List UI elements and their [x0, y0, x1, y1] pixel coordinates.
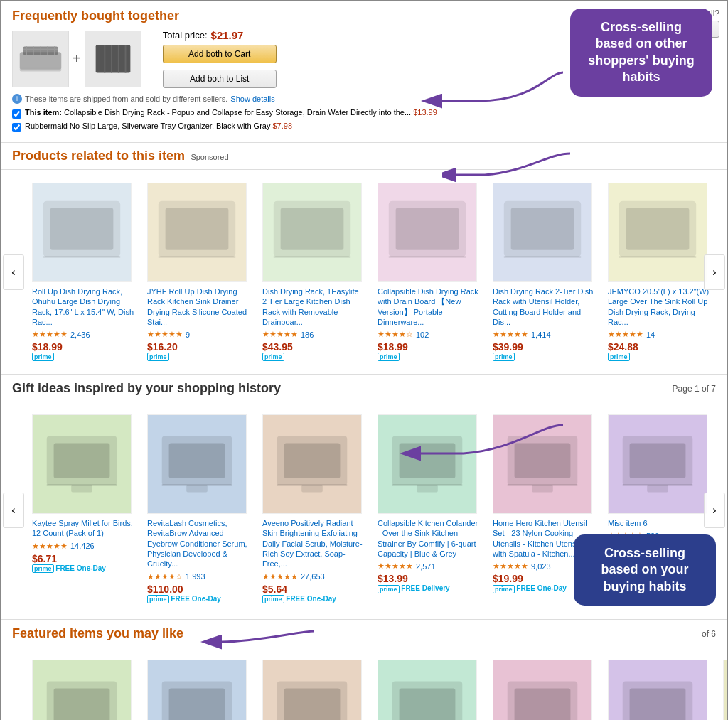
- svg-rect-81: [169, 688, 225, 720]
- gift-product-prime-1: prime FREE One-Day: [147, 595, 250, 603]
- gift-product-prime-3: prime FREE Delivery: [378, 584, 480, 592]
- related-product-price-5: $24.88: [608, 341, 710, 353]
- gift-product-title-5[interactable]: Misc item 6: [608, 518, 710, 528]
- featured-product-img-5[interactable]: [608, 660, 707, 720]
- gift-carousel-right-button[interactable]: ›: [704, 493, 725, 528]
- svg-rect-67: [532, 485, 553, 493]
- related-product-card-0: Roll Up Dish Drying Rack, Ohuhu Large Di…: [26, 177, 140, 367]
- featured-product-img-3[interactable]: [378, 660, 477, 720]
- related-product-stars-3[interactable]: ★★★★☆ 102: [378, 330, 480, 339]
- gift-product-stars-1[interactable]: ★★★★☆ 1,993: [147, 572, 250, 581]
- related-product-img-5[interactable]: [608, 183, 707, 282]
- gift-product-title-2[interactable]: Aveeno Positively Radiant Skin Brighteni…: [262, 518, 365, 569]
- gift-product-card-2: Aveeno Positively Radiant Skin Brighteni…: [257, 409, 370, 608]
- show-details-link[interactable]: Show details: [230, 95, 274, 103]
- svg-rect-104: [724, 660, 727, 720]
- fbt-total-price-label: Total price:: [163, 30, 208, 41]
- svg-rect-50: [169, 444, 225, 478]
- featured-product-img-1[interactable]: [147, 660, 247, 720]
- related-product-price-1: $16.20: [147, 341, 250, 353]
- gift-product-img-5[interactable]: [608, 414, 707, 514]
- gift-product-title-1[interactable]: RevitaLash Cosmetics, RevitaBrow Advance…: [147, 518, 250, 569]
- gift-product-img-0[interactable]: [32, 414, 132, 514]
- related-product-card-2: Dish Drying Rack, 1Easylife 2 Tier Large…: [257, 177, 370, 367]
- related-product-stars-0[interactable]: ★★★★★ 2,436: [32, 330, 134, 339]
- related-product-img-2[interactable]: [262, 183, 362, 282]
- related-product-prime-3: prime: [378, 353, 480, 361]
- related-product-card-1: JYHF Roll Up Dish Drying Rack Kitchen Si…: [141, 177, 255, 367]
- featured-product-img-0[interactable]: [32, 660, 132, 720]
- related-product-img-3[interactable]: [378, 183, 477, 282]
- arrow-1: [421, 58, 577, 115]
- featured-product-img-4[interactable]: [493, 660, 592, 720]
- related-product-stars-2[interactable]: ★★★★★ 186: [262, 330, 365, 339]
- svg-rect-36: [511, 208, 574, 250]
- featured-product-card-0: Amazon Basics Drying Rack and Mat - 16x1…: [26, 654, 140, 720]
- related-product-card-4: Dish Drying Rack 2-Tier Dish Rack with U…: [487, 177, 601, 367]
- related-carousel-right-button[interactable]: ›: [704, 254, 725, 290]
- gift-ideas-title: Gift ideas inspired by your shopping his…: [12, 381, 281, 396]
- featured-product-img-6[interactable]: [723, 660, 727, 720]
- fbt-item-1-checkbox[interactable]: [12, 109, 21, 119]
- gift-product-stars-0[interactable]: ★★★★★ 14,426: [32, 542, 134, 551]
- fbt-product-image-1: [12, 31, 69, 87]
- svg-rect-72: [647, 485, 668, 493]
- featured-title: Featured items you may like: [12, 626, 183, 641]
- fbt-plus-sign: +: [73, 50, 81, 67]
- fbt-product-image-2: [85, 31, 141, 87]
- related-product-prime-0: prime: [32, 353, 134, 361]
- related-product-stars-1[interactable]: ★★★★★ 9: [147, 330, 250, 339]
- gift-carousel-left-button[interactable]: ‹: [3, 493, 24, 528]
- fbt-item-2-checkbox[interactable]: [12, 123, 21, 132]
- svg-rect-62: [417, 485, 438, 493]
- svg-rect-57: [301, 485, 323, 493]
- related-products-carousel: ‹ Roll Up Dish Drying Rack, Ohuhu Large …: [1, 170, 727, 375]
- gift-product-title-0[interactable]: Kaytee Spray Millet for Birds, 12 Count …: [32, 518, 134, 539]
- gift-product-price-2: $5.64: [262, 584, 365, 595]
- related-product-img-0[interactable]: [32, 183, 132, 282]
- svg-rect-24: [166, 208, 229, 250]
- fbt-add-to-cart-button[interactable]: Add both to Cart: [163, 45, 277, 63]
- related-product-stars-5[interactable]: ★★★★★ 14: [608, 330, 710, 339]
- fbt-item-2: Rubbermaid No-Slip Large, Silverware Tra…: [12, 122, 716, 132]
- arrow-3: [400, 411, 577, 468]
- featured-page-info: of 6: [702, 629, 716, 639]
- featured-product-card-5: Rubbermaid Antimicrobial In-Sink Dish Dr…: [602, 654, 716, 720]
- gift-product-stars-2[interactable]: ★★★★★ 27,653: [262, 572, 365, 581]
- gift-product-price-1: $110.00: [147, 584, 250, 595]
- related-product-stars-4[interactable]: ★★★★★ 1,414: [493, 330, 595, 339]
- gift-product-img-1[interactable]: [147, 414, 247, 514]
- related-product-title-4[interactable]: Dish Drying Rack 2-Tier Dish Rack with U…: [493, 286, 595, 327]
- related-product-card-5: JEMYCO 20.5"(L) x 13.2"(W) Large Over Th…: [602, 177, 716, 367]
- gift-product-prime-2: prime FREE One-Day: [262, 595, 365, 603]
- related-product-prime-1: prime: [147, 353, 250, 361]
- related-product-price-2: $43.95: [262, 341, 365, 353]
- svg-rect-52: [186, 485, 208, 493]
- fbt-add-to-list-button[interactable]: Add both to List: [163, 70, 277, 88]
- featured-product-img-2[interactable]: [262, 660, 362, 720]
- gift-ideas-section: Gift ideas inspired by your shopping his…: [1, 375, 727, 620]
- featured-product-card-4: Amazon Basics Drying Rack with Mat,16x18…: [487, 654, 601, 720]
- cross-selling-callout-1: Cross-selling based on other shoppers' b…: [570, 9, 712, 97]
- related-product-title-5[interactable]: JEMYCO 20.5"(L) x 13.2"(W) Large Over Th…: [608, 286, 710, 327]
- gift-product-stars-3[interactable]: ★★★★★ 2,571: [378, 562, 480, 571]
- related-product-img-1[interactable]: [147, 183, 247, 282]
- gift-product-title-3[interactable]: Collapsible Kitchen Colander - Over the …: [378, 518, 480, 559]
- svg-rect-20: [50, 208, 114, 250]
- gift-product-card-0: Kaytee Spray Millet for Birds, 12 Count …: [26, 409, 140, 608]
- fbt-item-1: This item: Collapsible Dish Drying Rack …: [12, 108, 716, 119]
- related-product-title-1[interactable]: JYHF Roll Up Dish Drying Rack Kitchen Si…: [147, 286, 250, 327]
- gift-product-price-3: $13.99: [378, 573, 480, 584]
- related-product-title-0[interactable]: Roll Up Dish Drying Rack, Ohuhu Large Di…: [32, 286, 134, 327]
- gift-product-img-2[interactable]: [262, 414, 362, 514]
- related-title: Products related to this item: [12, 149, 185, 163]
- featured-items-section: Featured items you may like of 6 ‹ Amazo…: [1, 620, 727, 720]
- gift-page-info: Page 1 of 7: [673, 384, 716, 394]
- related-product-title-3[interactable]: Collapsible Dish Drying Rack with Drain …: [378, 286, 480, 327]
- related-carousel-left-button[interactable]: ‹: [3, 254, 24, 290]
- related-product-img-4[interactable]: [493, 183, 592, 282]
- fbt-item2-price: $7.98: [272, 122, 292, 130]
- fbt-item1-text: Collapsible Dish Drying Rack - Popup and…: [64, 108, 411, 117]
- svg-rect-101: [630, 688, 686, 720]
- related-product-title-2[interactable]: Dish Drying Rack, 1Easylife 2 Tier Large…: [262, 286, 365, 327]
